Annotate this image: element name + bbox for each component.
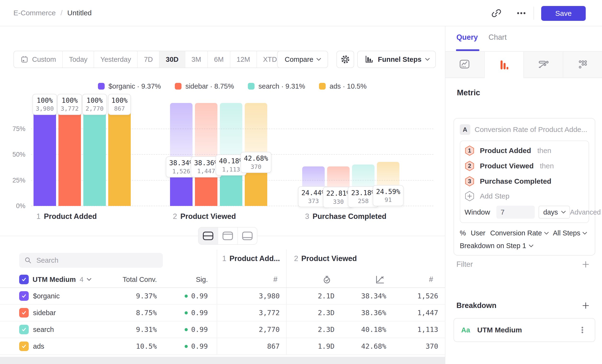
- step2-count: 1,113: [417, 321, 438, 338]
- row-checkbox[interactable]: [19, 308, 29, 318]
- chevron-down-icon[interactable]: [87, 276, 91, 281]
- more-options-button[interactable]: [515, 7, 527, 19]
- segment-name: sidebar: [33, 305, 56, 321]
- funnel-bar-ads-step1[interactable]: [108, 103, 131, 206]
- measure-scope-select[interactable]: All Steps: [553, 229, 586, 237]
- measure-metric-select[interactable]: Conversion Rate: [490, 229, 548, 237]
- bar-value-label: 100%2,770: [82, 94, 107, 115]
- breakdown-column-header[interactable]: UTM Medium: [32, 276, 76, 284]
- window-unit-select[interactable]: days: [538, 206, 570, 219]
- row-checkbox[interactable]: [19, 291, 29, 301]
- view-toggle-table-collapsed[interactable]: [218, 227, 238, 244]
- funnel-step-title-3: 3Purchase Completed: [305, 212, 387, 221]
- advanced-label: Advanced: [570, 208, 601, 216]
- report-tab-retention[interactable]: [563, 52, 602, 78]
- step2-conversion-rate: 40.18%: [361, 321, 386, 338]
- step2-count: 370: [426, 338, 438, 354]
- measure-scope-label: All Steps: [553, 229, 580, 237]
- funnel-bar-organic-step1[interactable]: [33, 103, 56, 206]
- tab-chart[interactable]: Chart: [488, 33, 507, 42]
- step2-conversion-rate: 38.36%: [361, 305, 386, 321]
- step-number-badge: 3: [464, 176, 475, 187]
- search-icon: [24, 256, 32, 264]
- kebab-icon: [578, 325, 587, 335]
- row-checkbox[interactable]: [19, 325, 29, 334]
- plus-icon: [581, 301, 590, 310]
- table-scrollbar-track[interactable]: [0, 357, 445, 364]
- funnel-steps-card: 1Product Addedthen2Product Viewedthen3Pu…: [460, 140, 589, 223]
- window-label: Window: [464, 208, 490, 216]
- header-divider: [534, 7, 534, 20]
- y-axis-label: 75%: [6, 125, 25, 133]
- advanced-toggle[interactable]: Advanced: [570, 208, 602, 216]
- table-row-organic[interactable]: $organic9.37%0.993,9802.1D38.34%1,526: [0, 288, 445, 305]
- significance-value: 0.99: [185, 288, 208, 304]
- table-group-step1: 1Product Add...: [222, 254, 280, 263]
- step-number-badge: 1: [464, 145, 475, 156]
- metric-card: A Conversion Rate of Product Adde... 1Pr…: [453, 118, 595, 256]
- count-icon[interactable]: #: [429, 272, 433, 287]
- link-icon: [491, 8, 502, 18]
- view-toggle-split-view[interactable]: [199, 227, 218, 244]
- total-conv-column-header[interactable]: Total Conv.: [123, 272, 157, 287]
- count-icon[interactable]: #: [273, 272, 277, 287]
- view-toggle-chart-collapsed[interactable]: [238, 227, 257, 244]
- measure-prefix: %: [460, 229, 466, 237]
- significance-value: 0.99: [185, 338, 208, 354]
- step2-time-to-convert: 1.9D: [318, 338, 334, 354]
- add-step-hexagon-icon: [464, 191, 475, 202]
- window-value-input[interactable]: [496, 206, 535, 219]
- query-step-suffix: then: [537, 147, 551, 155]
- sig-column-header[interactable]: Sig.: [196, 272, 208, 287]
- significance-value: 0.99: [185, 321, 208, 338]
- total-conversion-value: 8.75%: [136, 305, 157, 321]
- breakdown-item-menu[interactable]: [577, 325, 588, 335]
- table-header-row: UTM Medium 4 Total Conv. Sig. # #: [0, 272, 445, 287]
- add-filter-button[interactable]: [580, 259, 591, 270]
- check-icon: [21, 343, 27, 349]
- select-all-checkbox[interactable]: [19, 275, 29, 284]
- table-row-sidebar[interactable]: sidebar8.75%0.993,7722.3D38.36%1,447: [0, 305, 445, 321]
- y-axis-label: 50%: [6, 151, 25, 158]
- table-row-ads[interactable]: ads10.5%0.998671.9D42.68%370: [0, 338, 445, 355]
- save-button[interactable]: Save: [541, 6, 586, 21]
- significance-dot: [185, 345, 188, 348]
- breakdown-on-step-select[interactable]: Breakdown on Step 1: [460, 242, 589, 250]
- metric-title-row[interactable]: A Conversion Rate of Product Adde...: [460, 124, 589, 135]
- tab-query[interactable]: Query: [456, 33, 478, 42]
- significance-value: 0.99: [185, 305, 208, 321]
- query-step-2[interactable]: 2Product Viewedthen: [464, 158, 584, 174]
- add-breakdown-button[interactable]: [580, 300, 591, 311]
- measure-entity[interactable]: User: [471, 229, 485, 237]
- add-step-button[interactable]: Add Step: [464, 189, 584, 203]
- measure-row: % User Conversion Rate All Steps: [460, 229, 589, 237]
- funnel-bar-sidebar-step1[interactable]: [58, 103, 81, 206]
- breakdown-label: Breakdown: [456, 301, 496, 310]
- report-tab-flows[interactable]: [524, 52, 563, 78]
- report-tab-funnel[interactable]: [485, 52, 524, 78]
- query-step-1[interactable]: 1Product Addedthen: [464, 143, 584, 158]
- table-row-search[interactable]: search9.31%0.992,7702.3D40.18%1,113: [0, 321, 445, 338]
- bar-value-label: 100%3,772: [57, 94, 82, 115]
- search-box[interactable]: [19, 253, 163, 268]
- row-checkbox[interactable]: [19, 342, 29, 351]
- time-to-convert-icon[interactable]: [322, 272, 332, 287]
- step2-time-to-convert: 2.3D: [318, 305, 334, 321]
- metric-letter-badge: A: [460, 124, 470, 135]
- y-axis-label: 25%: [6, 176, 25, 184]
- share-link-button[interactable]: [490, 7, 502, 19]
- total-conversion-value: 9.31%: [136, 321, 157, 338]
- funnel-bar-search-step1[interactable]: [83, 103, 106, 206]
- conversion-rate-icon[interactable]: [375, 272, 385, 287]
- query-step-3[interactable]: 3Purchase Completed: [464, 174, 584, 189]
- report-tab-insights[interactable]: [445, 52, 485, 78]
- plus-icon: [581, 260, 590, 269]
- step2-time-to-convert: 2.3D: [318, 321, 334, 338]
- svg-text:1: 1: [468, 147, 471, 154]
- funnel-icon: [499, 59, 510, 70]
- breakdown-count: 4: [79, 276, 83, 284]
- check-icon: [21, 276, 27, 283]
- search-input[interactable]: [36, 256, 158, 265]
- breakdown-item[interactable]: Aa UTM Medium: [453, 318, 595, 342]
- segment-name: ads: [33, 338, 44, 354]
